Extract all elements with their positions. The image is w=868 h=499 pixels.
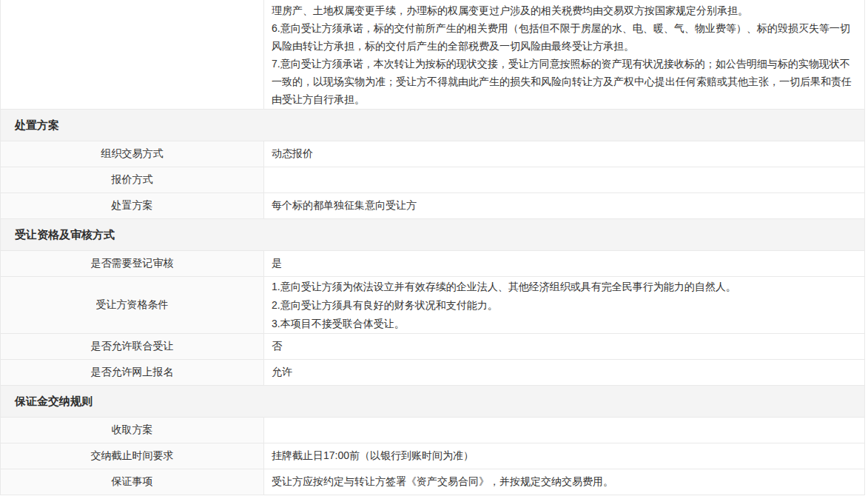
field-row: 处置方案每个标的都单独征集意向受让方 (1, 193, 864, 219)
field-label: 是否允许联合受让 (1, 334, 264, 359)
continuation-row: 理房产、土地权属变更手续，办理标的权属变更过户涉及的相关税费均由交易双方按国家规… (1, 0, 864, 110)
field-value: 每个标的都单独征集意向受让方 (264, 193, 864, 218)
field-value (264, 418, 864, 443)
field-value-line: 3.本项目不接受联合体受让。 (272, 315, 858, 333)
field-row: 是否允许联合受让否 (1, 334, 864, 360)
field-row: 交纳截止时间要求挂牌截止日17:00前（以银行到账时间为准） (1, 443, 864, 469)
field-value: 允许 (264, 360, 864, 385)
field-value: 是 (264, 251, 864, 276)
field-row: 是否允许网上报名允许 (1, 360, 864, 386)
continuation-text-cell: 理房产、土地权属变更手续，办理标的权属变更过户涉及的相关税费均由交易双方按国家规… (264, 0, 864, 109)
field-row: 组织交易方式动态报价 (1, 141, 864, 167)
section-header: 保证金交纳规则 (1, 386, 864, 418)
field-label: 组织交易方式 (1, 141, 264, 167)
section-header: 处置方案 (1, 110, 864, 141)
field-value-line: 2.意向受让方须具有良好的财务状况和支付能力。 (272, 296, 858, 315)
field-row: 保证事项受让方应按约定与转让方签署《资产交易合同》，并按规定交纳交易费用。 (1, 469, 864, 495)
field-row: 报价方式 (1, 167, 864, 193)
field-label: 处置方案 (1, 193, 264, 218)
continuation-paragraph: 6.意向受让方须承诺，标的交付前所产生的相关费用（包括但不限于房屋的水、电、暖、… (272, 19, 858, 55)
detail-table: 理房产、土地权属变更手续，办理标的权属变更过户涉及的相关税费均由交易双方按国家规… (0, 0, 865, 495)
field-value (264, 167, 864, 192)
field-row: 收取方案 (1, 418, 864, 443)
field-label: 是否允许网上报名 (1, 360, 264, 385)
field-value: 受让方应按约定与转让方签署《资产交易合同》，并按规定交纳交易费用。 (264, 469, 864, 495)
field-label: 是否需要登记审核 (1, 251, 264, 276)
field-label: 交纳截止时间要求 (1, 443, 264, 469)
section-header: 受让资格及审核方式 (1, 219, 864, 251)
field-label: 受让方资格条件 (1, 277, 264, 333)
listing-detail-page: 理房产、土地权属变更手续，办理标的权属变更过户涉及的相关税费均由交易双方按国家规… (0, 0, 868, 499)
continuation-paragraph: 7.意向受让方须承诺，本次转让为按标的现状交接，受让方同意按照标的资产现有状况接… (272, 55, 858, 108)
continuation-label-cell (1, 0, 264, 109)
field-label: 报价方式 (1, 167, 264, 192)
field-value: 挂牌截止日17:00前（以银行到账时间为准） (264, 443, 864, 469)
field-value-line: 1.意向受让方须为依法设立并有效存续的企业法人、其他经济组织或具有完全民事行为能… (272, 278, 858, 296)
field-row: 是否需要登记审核是 (1, 251, 864, 277)
field-label: 保证事项 (1, 469, 264, 495)
field-value: 动态报价 (264, 141, 864, 167)
field-row: 受让方资格条件1.意向受让方须为依法设立并有效存续的企业法人、其他经济组织或具有… (1, 277, 864, 334)
field-value: 否 (264, 334, 864, 359)
field-value: 1.意向受让方须为依法设立并有效存续的企业法人、其他经济组织或具有完全民事行为能… (264, 277, 864, 333)
field-label: 收取方案 (1, 418, 264, 443)
continuation-paragraph: 理房产、土地权属变更手续，办理标的权属变更过户涉及的相关税费均由交易双方按国家规… (272, 1, 858, 19)
